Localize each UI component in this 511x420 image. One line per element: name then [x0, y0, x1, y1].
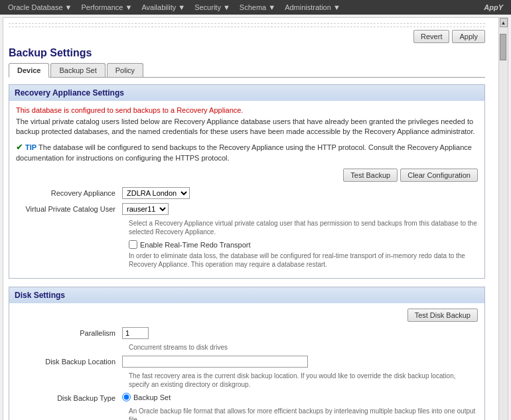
tab-device[interactable]: Device: [9, 63, 49, 78]
tip-content: The database will be configured to send …: [16, 143, 472, 162]
scrollbar[interactable]: ▲ ▼: [498, 18, 508, 420]
recovery-appliance-select[interactable]: ZDLRA London: [122, 187, 190, 199]
recovery-body-text: The virtual private catalog users listed…: [16, 117, 478, 137]
recovery-section-header: Recovery Appliance Settings: [9, 85, 484, 101]
enable-redo-checkbox[interactable]: [129, 240, 137, 249]
vp-catalog-control: rauser11: [122, 203, 169, 215]
recovery-info-text: This database is configured to send back…: [16, 106, 478, 114]
main-content: Revert Apply Backup Settings Device Back…: [3, 18, 498, 420]
tabs-container: Device Backup Set Policy: [9, 63, 485, 78]
checkmark-icon: ✔: [16, 142, 23, 152]
recovery-appliance-section: Recovery Appliance Settings This databas…: [9, 84, 485, 279]
disk-section-title: Disk Settings: [15, 291, 65, 300]
parallelism-control: [122, 327, 149, 339]
tab-policy[interactable]: Policy: [107, 63, 143, 77]
tab-backup-set[interactable]: Backup Set: [50, 63, 105, 77]
parallelism-hint: Concurrent streams to disk drives: [129, 343, 478, 352]
menu-administration[interactable]: Administration ▼: [281, 2, 344, 13]
backup-set-radio[interactable]: [122, 393, 131, 401]
disk-location-input[interactable]: [122, 356, 308, 368]
menu-performance[interactable]: Performance ▼: [78, 2, 137, 13]
disk-btn-row: Test Disk Backup: [16, 309, 478, 322]
recovery-section-body: This database is configured to send back…: [9, 101, 484, 278]
scroll-thumb[interactable]: [500, 34, 506, 60]
recovery-appliance-row: Recovery Appliance ZDLRA London: [16, 187, 478, 199]
backup-set-label[interactable]: Backup Set: [133, 393, 171, 401]
redo-hint: In order to eliminate data loss, the dat…: [129, 251, 478, 269]
enable-redo-label[interactable]: Enable Real-Time Redo Transport: [140, 241, 251, 249]
test-disk-backup-button[interactable]: Test Disk Backup: [407, 309, 478, 322]
disk-section-body: Test Disk Backup Parallelism Concurrent …: [9, 303, 484, 420]
disk-location-row: Disk Backup Location: [16, 356, 478, 368]
parallelism-input[interactable]: [122, 327, 149, 339]
apply-button[interactable]: Apply: [452, 30, 485, 43]
recovery-btn-row: Test Backup Clear Configuration: [16, 169, 478, 182]
recovery-appliance-control: ZDLRA London: [122, 187, 190, 199]
disk-section-header: Disk Settings: [9, 287, 484, 303]
app-logo: AppY: [480, 2, 507, 13]
recovery-appliance-label: Recovery Appliance: [16, 189, 122, 197]
disk-settings-section: Disk Settings Test Disk Backup Paralleli…: [9, 287, 485, 420]
backup-set-radio-row: Backup Set: [122, 393, 171, 401]
redo-transport-row: Enable Real-Time Redo Transport: [129, 240, 478, 249]
top-navigation: Oracle Database ▼ Performance ▼ Availabi…: [0, 0, 511, 15]
disk-location-label: Disk Backup Location: [16, 358, 122, 366]
parallelism-label: Parallelism: [16, 329, 122, 337]
menu-security[interactable]: Security ▼: [190, 2, 234, 13]
content-area: ▲ ▼ Revert Apply Backup Settings Device …: [3, 17, 508, 420]
vp-catalog-label: Virtual Private Catalog User: [16, 205, 122, 213]
revert-button[interactable]: Revert: [413, 30, 449, 43]
vp-catalog-select[interactable]: rauser11: [122, 203, 169, 215]
disk-location-control: [122, 356, 308, 368]
top-divider: [9, 23, 485, 24]
page-title: Backup Settings: [9, 47, 485, 59]
menu-schema[interactable]: Schema ▼: [236, 2, 279, 13]
scroll-up-arrow[interactable]: ▲: [500, 18, 508, 27]
menu-availability[interactable]: Availability ▼: [137, 2, 189, 13]
clear-config-button[interactable]: Clear Configuration: [400, 169, 478, 182]
scroll-track[interactable]: [499, 27, 508, 420]
recovery-section-title: Recovery Appliance Settings: [15, 88, 124, 98]
menu-oracle-database[interactable]: Oracle Database ▼: [4, 2, 76, 13]
backup-set-desc: An Oracle backup file format that allows…: [129, 407, 478, 420]
toolbar-row: Revert Apply: [9, 27, 485, 43]
tip-label: TIP: [25, 143, 38, 151]
parallelism-row: Parallelism: [16, 327, 478, 339]
disk-location-hint: The fast recovery area is the current di…: [129, 372, 478, 389]
vp-catalog-row: Virtual Private Catalog User rauser11: [16, 203, 478, 215]
test-backup-button[interactable]: Test Backup: [343, 169, 398, 182]
disk-type-label: Disk Backup Type: [16, 394, 122, 402]
disk-type-radio-group: Backup Set: [122, 393, 171, 403]
disk-type-row: Disk Backup Type Backup Set: [16, 393, 478, 403]
catalog-hint: Select a Recovery Appliance virtual priv…: [129, 219, 478, 236]
recovery-tip-text: ✔ TIP The database will be configured to…: [16, 141, 478, 164]
